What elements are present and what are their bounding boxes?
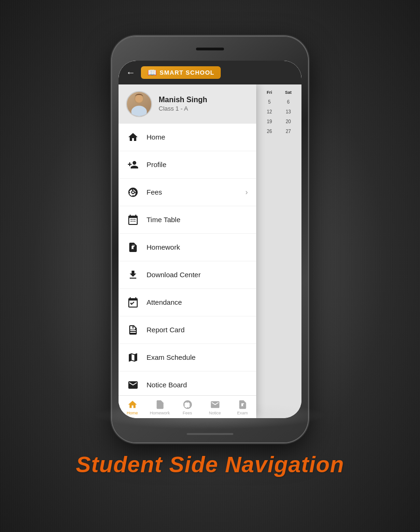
nav-item-exam[interactable]: Exam Schedule (119, 344, 256, 371)
cal-cell-13: 13 (284, 108, 293, 116)
nav-label-profile: Profile (147, 161, 248, 168)
notice-icon (127, 379, 139, 391)
bottom-nav-notice-label: Notice (209, 411, 221, 415)
nav-label-download: Download Center (147, 271, 248, 279)
cal-cell-20: 20 (284, 118, 293, 126)
nav-item-report[interactable]: Report Card (119, 316, 256, 344)
nav-item-attendance[interactable]: Attendance (119, 289, 256, 316)
nav-item-home[interactable]: Home (119, 124, 256, 151)
phone-frame: ← 📖 SMART SCHOOL (112, 36, 308, 442)
nav-item-homework[interactable]: Homework (119, 234, 256, 261)
timetable-icon (127, 214, 139, 226)
cal-cell-5: 5 (265, 98, 274, 106)
phone-home-bar (187, 433, 233, 435)
logo-badge: 📖 SMART SCHOOL (141, 66, 221, 79)
home-icon (127, 131, 139, 143)
nav-item-timetable[interactable]: Time Table (119, 206, 256, 234)
svg-point-1 (131, 105, 147, 116)
nav-label-attendance: Attendance (147, 298, 248, 306)
drawer-container: Manish Singh Class 1 - A (119, 84, 301, 418)
nav-label-fees: Fees (147, 188, 238, 196)
nav-item-notice[interactable]: Notice Board (119, 371, 256, 395)
phone-screen: ← 📖 SMART SCHOOL (119, 61, 301, 418)
cal-cell-6: 6 (284, 98, 293, 106)
report-icon (127, 324, 139, 336)
nav-menu: Home Profile (119, 124, 256, 395)
profile-icon (127, 159, 139, 171)
cal-cell-27: 27 (284, 127, 293, 136)
cal-cell-26: 26 (265, 127, 274, 136)
download-icon (127, 269, 139, 281)
drawer-panel: Manish Singh Class 1 - A (119, 84, 256, 418)
bottom-nav-exam-label: Exam (237, 411, 248, 415)
logo-book-icon: 📖 (147, 68, 157, 77)
bottom-nav-exam[interactable]: Exam (231, 399, 254, 415)
cal-cell-12: 12 (265, 108, 274, 116)
user-header: Manish Singh Class 1 - A (119, 84, 256, 124)
nav-label-notice: Notice Board (147, 381, 248, 389)
content-behind: Fri Sat 5 6 12 13 19 20 (256, 84, 301, 418)
bottom-nav-homework-label: Homework (150, 411, 170, 415)
nav-item-profile[interactable]: Profile (119, 151, 256, 179)
bottom-nav: Home Homework Fees (119, 395, 256, 418)
user-class: Class 1 - A (159, 105, 249, 112)
bottom-nav-fees-label: Fees (182, 411, 192, 415)
fees-icon (127, 186, 139, 198)
bottom-nav-fees[interactable]: Fees (176, 399, 199, 415)
nav-label-homework: Homework (147, 243, 248, 251)
phone-speaker (196, 48, 224, 50)
fees-arrow-icon: › (245, 188, 248, 196)
homework-icon (127, 241, 139, 253)
nav-item-fees[interactable]: Fees › (119, 179, 256, 206)
nav-item-download[interactable]: Download Center (119, 261, 256, 289)
cal-cell-19: 19 (265, 118, 274, 126)
user-name: Manish Singh (159, 96, 249, 104)
nav-label-home: Home (147, 133, 248, 141)
page-title: Student Side Navigation (76, 452, 344, 477)
cal-header-fri: Fri (265, 88, 274, 97)
bottom-nav-home-label: Home (126, 411, 138, 415)
back-button[interactable]: ← (126, 67, 135, 78)
svg-point-2 (135, 95, 143, 103)
avatar (126, 91, 152, 117)
nav-label-report: Report Card (147, 326, 248, 334)
user-info: Manish Singh Class 1 - A (159, 96, 249, 112)
screen-content: ← 📖 SMART SCHOOL (119, 61, 301, 418)
bottom-nav-home[interactable]: Home (121, 399, 144, 415)
top-bar: ← 📖 SMART SCHOOL (119, 61, 301, 84)
logo-text: SMART SCHOOL (160, 69, 214, 76)
exam-icon (127, 351, 139, 364)
calendar-behind: Fri Sat 5 6 12 13 19 20 (256, 84, 301, 141)
attendance-icon (127, 296, 139, 308)
nav-label-exam: Exam Schedule (147, 353, 248, 361)
nav-label-timetable: Time Table (147, 216, 248, 224)
bottom-nav-notice[interactable]: Notice (203, 399, 227, 415)
bottom-nav-homework[interactable]: Homework (148, 399, 172, 415)
cal-header-sat: Sat (284, 88, 293, 97)
